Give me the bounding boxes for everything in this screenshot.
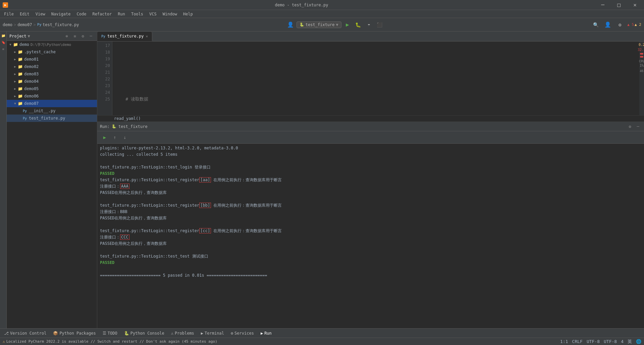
settings-button[interactable]: ⚙ — [615, 20, 625, 29]
bottom-python-console[interactable]: 🐍 Python Console — [123, 330, 166, 336]
debug-button[interactable]: 🐛 — [354, 20, 363, 29]
run-settings-btn[interactable]: ⚙ — [627, 123, 633, 130]
breadcrumb-file[interactable]: Py test_fixture.py — [37, 22, 79, 27]
tree-item-demo06[interactable]: ▶ 📁 demo06 — [7, 92, 97, 100]
tree-item-demo07[interactable]: ▼ 📁 demo07 — [7, 100, 97, 107]
bottom-services[interactable]: ⚙ Services — [229, 330, 255, 336]
project-minimize-btn[interactable]: ─ — [88, 33, 94, 40]
structure-icon[interactable]: ≡ — [1, 46, 6, 52]
tooltip-bar: read_yaml() — [97, 115, 644, 122]
stop-button[interactable]: ⬛ — [375, 20, 384, 29]
line-num-17: 17 — [99, 42, 110, 49]
menu-window[interactable]: Window — [160, 11, 180, 17]
box-aaa: AAA — [120, 184, 129, 189]
tree-item-test-fixture[interactable]: ▶ Py test_fixture.py — [7, 115, 97, 122]
tree-arrow-demo04: ▶ — [13, 79, 17, 84]
run-panel-controls: ⚙ ─ — [627, 123, 641, 130]
run-scroll-down-btn[interactable]: ↓ — [120, 133, 129, 142]
output-plugins: plugins: allure-pytest-2.13.2, html-3.2.… — [100, 145, 641, 151]
maximize-button[interactable]: □ — [611, 0, 627, 10]
run-config-dropdown[interactable]: 🐍 test_fixture ▼ — [297, 21, 341, 28]
profile-button[interactable]: 👤 — [603, 20, 612, 29]
gutter-cpu-val: 1% — [640, 64, 644, 67]
run-bottom-icon: ▶ — [261, 331, 263, 336]
project-dropdown-icon[interactable]: ▼ — [28, 34, 30, 39]
bottom-version-control[interactable]: ⎇ Version Control — [3, 330, 48, 336]
menu-file[interactable]: File — [1, 11, 16, 17]
status-lang-icon: 英 — [628, 339, 632, 345]
tree-label-demo01: demo01 — [24, 57, 39, 62]
bottom-python-packages[interactable]: 📦 Python Packages — [52, 330, 97, 336]
run-play-btn[interactable]: ▶ — [100, 133, 109, 142]
run-minimize-btn[interactable]: ─ — [635, 123, 641, 130]
line-num-19: 19 — [99, 56, 110, 62]
tree-item-demo01[interactable]: ▶ 📁 demo01 — [7, 56, 97, 63]
menu-run[interactable]: Run — [115, 11, 128, 17]
tree-item-demo04[interactable]: ▶ 📁 demo04 — [7, 78, 97, 85]
minimize-button[interactable]: ─ — [595, 0, 610, 10]
menu-view[interactable]: View — [33, 11, 48, 17]
folder-icon-demo03: 📁 — [17, 71, 23, 77]
project-settings-btn[interactable]: ⚙ — [79, 33, 86, 40]
services-label: Services — [234, 331, 254, 336]
box-cc: [cc] — [199, 228, 211, 233]
folder-icon-demo05: 📁 — [17, 86, 23, 91]
console-label: Python Console — [130, 331, 164, 336]
tab-close-btn[interactable]: ✕ — [146, 34, 148, 39]
bottom-terminal[interactable]: ▶ Terminal — [200, 330, 225, 336]
output-passed-cc: PASSED在用例之后执行，查询数据库 — [100, 240, 641, 247]
toolbar-person-btn[interactable]: 👤 — [286, 20, 295, 29]
output-reg-aaa: 注册接口：AAA — [100, 183, 641, 190]
close-button[interactable]: ✕ — [627, 0, 643, 10]
breadcrumb-sep1: > — [14, 22, 16, 27]
bookmark-icon[interactable]: 🔖 — [1, 40, 6, 45]
line-num-24: 24 — [99, 89, 110, 96]
tree-item-pytest-cache[interactable]: ▶ 📁 .pytest_cache — [7, 48, 97, 56]
tree-arrow-demo01: ▶ — [13, 57, 17, 62]
menu-refactor[interactable]: Refactor — [90, 11, 114, 17]
line-num-23: 23 — [99, 82, 110, 89]
output-reg-ccc: 注册接口：CCC — [100, 234, 641, 240]
menu-navigate[interactable]: Navigate — [49, 11, 73, 17]
bottom-problems[interactable]: ⚠ Problems — [170, 330, 196, 336]
tree-arrow-demo07: ▼ — [13, 101, 17, 106]
bottom-todo[interactable]: ☰ TODO — [101, 330, 119, 336]
breadcrumb-demo[interactable]: demo — [3, 22, 12, 27]
box-aa: [aa] — [199, 177, 211, 183]
tooltip-text: read_yaml() — [114, 116, 141, 121]
title-bar-left: ▶ — [0, 2, 8, 8]
run-scroll-up-btn[interactable]: ↑ — [110, 133, 119, 142]
breadcrumb-demo07[interactable]: demo07 — [17, 22, 32, 27]
tree-item-demo05[interactable]: ▶ 📁 demo05 — [7, 85, 97, 92]
tree-item-init[interactable]: ▶ Py __init__.py — [7, 107, 97, 115]
menu-code[interactable]: Code — [74, 11, 89, 17]
bottom-run[interactable]: ▶ Run — [259, 330, 273, 336]
tree-arrow-demo06: ▶ — [13, 94, 17, 98]
bottom-bar-left: ⎇ Version Control 📦 Python Packages ☰ TO… — [3, 330, 273, 336]
search-button[interactable]: 🔍 — [591, 20, 600, 29]
code-line-17 — [115, 56, 637, 62]
output-blank2 — [100, 196, 641, 202]
run-py-icon: 🐍 — [112, 124, 116, 129]
project-icon[interactable]: 📁 — [1, 33, 6, 38]
editor-tab-fixture[interactable]: Py test_fixture.py ✕ — [97, 32, 152, 41]
run-button[interactable]: ▶ — [343, 20, 352, 29]
tree-arrow-demo02: ▶ — [13, 64, 17, 69]
project-collapse-btn[interactable]: ≡ — [71, 33, 78, 40]
menu-help[interactable]: Help — [180, 11, 196, 17]
menu-vcs[interactable]: VCS — [147, 11, 159, 17]
editor-gutter-right: 0.2 32.5 CPU 1% 46 — [639, 42, 644, 115]
problems-icon: ⚠ — [171, 331, 173, 336]
title-bar-center: demo - test_fixture.py — [275, 3, 328, 7]
coverage-button[interactable]: ☂ — [364, 20, 374, 29]
output-test-test: test_fixture.py::TestLogin::test_test 测试… — [100, 253, 641, 260]
line-num-21: 21 — [99, 69, 110, 76]
tree-item-demo03[interactable]: ▶ 📁 demo03 — [7, 70, 97, 78]
output-passed-4: PASSED — [100, 260, 641, 266]
menu-edit[interactable]: Edit — [17, 11, 32, 17]
project-locate-btn[interactable]: ⊕ — [63, 33, 70, 40]
tree-item-demo02[interactable]: ▶ 📁 demo02 — [7, 63, 97, 70]
menu-tools[interactable]: Tools — [128, 11, 146, 17]
tree-label-demo05: demo05 — [24, 86, 39, 91]
tree-item-demo[interactable]: ▼ 📁 demo D:\学习\Python\demo — [7, 41, 97, 48]
